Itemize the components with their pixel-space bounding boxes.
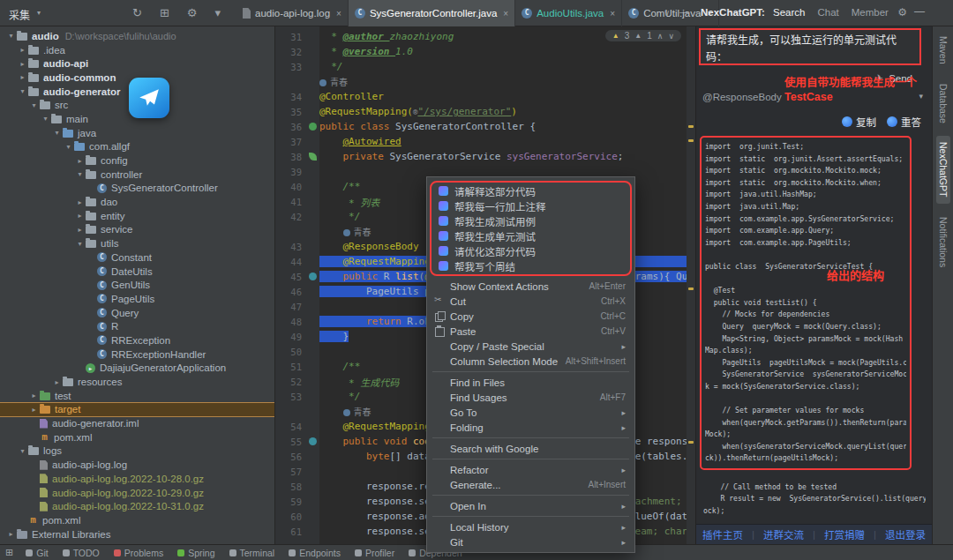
context-menu-item-column-selection-mode[interactable]: Column Selection ModeAlt+Shift+Insert: [427, 354, 634, 369]
refresh-icon[interactable]: ↻: [132, 6, 142, 19]
line-number[interactable]: 42: [275, 212, 305, 222]
line-number[interactable]: 55: [275, 437, 305, 447]
line-number[interactable]: 58: [275, 482, 305, 492]
tree-item-pageutils[interactable]: CPageUtils: [0, 292, 274, 306]
regenerate-button[interactable]: 重答: [887, 115, 921, 129]
line-number[interactable]: 38: [275, 152, 305, 162]
hide-tabs-icon[interactable]: —: [679, 6, 689, 17]
chat-minimize-icon[interactable]: —: [914, 5, 925, 18]
tree-item-resources[interactable]: ▸resources: [0, 375, 274, 389]
context-menu-item-open-in[interactable]: Open In▸: [427, 498, 634, 513]
editor-tab-audio-api-log-log[interactable]: audio-api-log.log×: [236, 0, 349, 26]
close-icon[interactable]: ×: [336, 9, 341, 19]
line-number[interactable]: 61: [275, 526, 305, 537]
code-line-37[interactable]: 37 @Autowired: [275, 134, 695, 149]
tree-item-idea[interactable]: ▸.idea: [0, 43, 274, 57]
code-line-38[interactable]: 38 private SysGeneratorService sysGenera…: [275, 149, 695, 164]
line-number[interactable]: 53: [275, 392, 305, 402]
tree-item-audio-generator-iml[interactable]: audio-generator.iml: [0, 416, 274, 430]
tree-item-audio-api-log-log-2022-10-31-0-gz[interactable]: audio-api-log.log.2022-10-31.0.gz: [0, 499, 274, 513]
line-number[interactable]: 46: [275, 287, 305, 297]
statusbar-item-git[interactable]: Git: [26, 548, 48, 558]
tree-item-rrexceptionhandler[interactable]: CRRExceptionHandler: [0, 347, 274, 362]
line-number[interactable]: 52: [275, 377, 305, 387]
context-menu-item-show-context-actions[interactable]: Show Context ActionsAlt+Enter: [427, 279, 634, 294]
editor-tab-sysgeneratorcontroller-java[interactable]: CSysGeneratorController.java×: [349, 0, 515, 26]
chat-settings-gear-icon[interactable]: ⚙: [897, 6, 907, 19]
tree-expand-icon[interactable]: ▸: [74, 226, 86, 234]
author-inlay-line[interactable]: 青春: [275, 74, 695, 89]
tree-item-logs[interactable]: ▾logs: [0, 444, 274, 459]
tree-expand-icon[interactable]: ▾: [5, 32, 17, 40]
tree-expand-icon[interactable]: ▾: [63, 143, 74, 151]
line-number[interactable]: 56: [275, 452, 305, 462]
tree-expand-icon[interactable]: ▸: [74, 198, 86, 206]
chat-tab-member[interactable]: Member: [852, 7, 889, 18]
tree-item-utils[interactable]: ▾utils: [0, 236, 274, 250]
line-number[interactable]: 59: [275, 497, 305, 507]
tree-item-dateutils[interactable]: CDateUtils: [0, 265, 274, 279]
context-menu-item-ai-generate-unit-test[interactable]: 帮我生成单元测试: [431, 228, 630, 243]
context-menu-item-search-with-google[interactable]: Search with Google: [427, 441, 634, 456]
tree-item-rrexception[interactable]: CRRException: [0, 333, 274, 347]
tree-expand-icon[interactable]: ▸: [17, 60, 28, 68]
code-line-33[interactable]: 33 */: [275, 59, 695, 74]
context-chip[interactable]: @ResponseBody: [702, 92, 782, 102]
tree-item-service[interactable]: ▸service: [0, 223, 274, 237]
line-number[interactable]: 45: [275, 272, 305, 282]
context-menu-item-copy[interactable]: CopyCtrl+C: [427, 309, 634, 324]
code-line-36[interactable]: 36public class SysGeneratorController {: [275, 119, 695, 134]
tree-expand-icon[interactable]: ▾: [74, 170, 86, 178]
tree-item-sysgeneratorcontroller[interactable]: CSysGeneratorController: [0, 182, 274, 196]
run-config-caret-icon[interactable]: ▾: [214, 6, 221, 19]
footer-link-item[interactable]: 进群交流: [763, 527, 804, 541]
toolwindow-tab-maven[interactable]: Maven: [936, 30, 950, 71]
toolwindow-tab-nexchatgpt[interactable]: NexChatGPT: [936, 136, 950, 203]
chat-tab-chat[interactable]: Chat: [817, 7, 838, 18]
statusbar-item-todo[interactable]: TODO: [63, 548, 100, 558]
close-icon[interactable]: ×: [503, 9, 508, 19]
statusbar-item-endpoints[interactable]: Endpoints: [289, 548, 341, 558]
context-menu-item-ai-generate-test-case[interactable]: 帮我生成测试用例: [431, 213, 630, 228]
next-issue-icon[interactable]: ∨: [668, 32, 674, 41]
chat-tab-search[interactable]: Search: [773, 7, 805, 18]
context-menu-item-git[interactable]: Git▸: [427, 534, 634, 549]
line-number[interactable]: 35: [275, 107, 305, 117]
tree-item-controller[interactable]: ▾controller: [0, 168, 274, 182]
tree-expand-icon[interactable]: ▾: [17, 87, 28, 95]
tree-expand-icon[interactable]: ▾: [74, 240, 86, 248]
line-number[interactable]: 41: [275, 197, 305, 207]
tree-item-audio-api[interactable]: ▸audio-api: [0, 56, 274, 71]
line-number[interactable]: 32: [275, 47, 305, 57]
tree-expand-icon[interactable]: ▾: [51, 129, 63, 137]
statusbar-item-terminal[interactable]: Terminal: [229, 548, 275, 558]
tree-expand-icon[interactable]: ▸: [28, 392, 40, 399]
quick-access-icon[interactable]: ⊞: [5, 547, 13, 558]
tree-expand-icon[interactable]: ▸: [51, 378, 63, 386]
toolwindow-tab-notifications[interactable]: Notifications: [936, 211, 950, 273]
line-number[interactable]: 39: [275, 167, 305, 177]
context-menu-item-find-usages[interactable]: Find UsagesAlt+F7: [427, 390, 634, 405]
tree-item-query[interactable]: CQuery: [0, 306, 274, 320]
footer-link-item[interactable]: 打赏捐赠: [824, 527, 865, 541]
code-line-32[interactable]: 32 * @version 1.0: [275, 44, 695, 59]
footer-link-item[interactable]: 退出登录: [885, 527, 926, 541]
tree-item-audio[interactable]: ▾audioD:\workspace\fulihu\audio: [0, 29, 274, 43]
tree-expand-icon[interactable]: ▾: [40, 115, 51, 123]
gutter-slot[interactable]: [305, 273, 319, 280]
close-icon[interactable]: ×: [610, 9, 615, 19]
line-number[interactable]: 31: [275, 32, 305, 42]
api-gutter-icon[interactable]: [309, 437, 317, 445]
leaf-gutter-icon[interactable]: [309, 153, 317, 161]
line-number[interactable]: 60: [275, 511, 305, 522]
tree-item-audio-api-log-log-2022-10-28-0-gz[interactable]: audio-api-log.log.2022-10-28.0.gz: [0, 472, 274, 486]
tree-item-audio-api-log-log[interactable]: audio-api-log.log: [0, 458, 274, 472]
context-menu-item-copy-paste-special[interactable]: Copy / Paste Special▸: [427, 339, 634, 354]
context-menu-item-ai-optimize-code[interactable]: 请优化这部分代码: [431, 243, 630, 258]
tree-item-test[interactable]: ▸test: [0, 389, 274, 403]
build-icon[interactable]: ⚙: [187, 6, 198, 19]
context-menu-item-find-in-files[interactable]: Find in Files: [427, 375, 634, 390]
tree-expand-icon[interactable]: ▸: [17, 46, 28, 54]
context-menu-item-paste[interactable]: PasteCtrl+V: [427, 324, 634, 339]
line-number[interactable]: 44: [275, 257, 305, 267]
